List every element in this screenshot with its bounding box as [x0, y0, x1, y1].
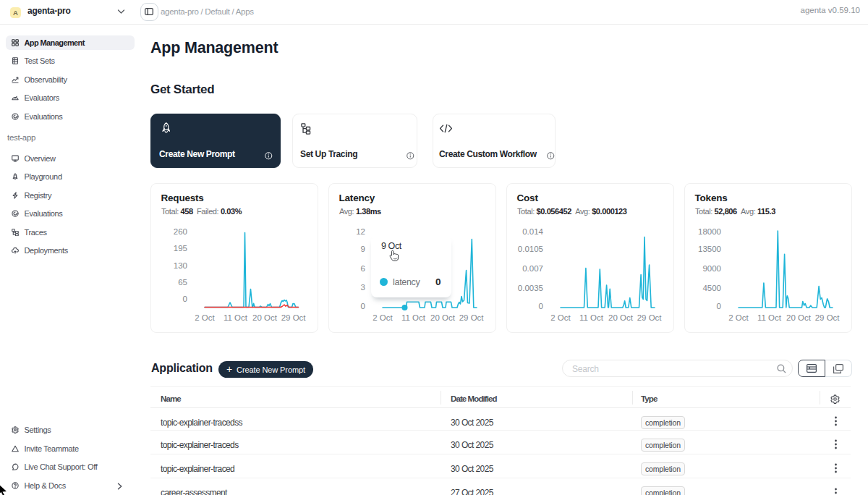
svg-text:20 Oct: 20 Oct	[608, 313, 634, 322]
svg-text:2 Oct: 2 Oct	[550, 313, 571, 322]
svg-text:29 Oct: 29 Oct	[637, 313, 663, 322]
svg-text:0: 0	[539, 302, 543, 310]
svg-text:65: 65	[178, 278, 187, 287]
svg-text:11 Oct: 11 Oct	[579, 313, 604, 322]
svg-text:20 Oct: 20 Oct	[430, 313, 456, 322]
svg-text:2 Oct: 2 Oct	[373, 313, 393, 322]
svg-text:0.0035: 0.0035	[518, 284, 543, 292]
svg-text:130: 130	[174, 261, 187, 270]
svg-text:13500: 13500	[698, 245, 721, 253]
svg-text:18000: 18000	[698, 227, 721, 236]
svg-text:3: 3	[361, 283, 365, 292]
svg-text:0.007: 0.007	[522, 264, 543, 273]
svg-text:260: 260	[174, 227, 187, 236]
svg-text:29 Oct: 29 Oct	[459, 313, 485, 322]
svg-text:20 Oct: 20 Oct	[786, 313, 812, 322]
svg-text:20 Oct: 20 Oct	[252, 313, 278, 322]
svg-text:6: 6	[361, 264, 365, 273]
svg-text:2 Oct: 2 Oct	[728, 313, 749, 322]
svg-text:11 Oct: 11 Oct	[401, 313, 426, 322]
svg-text:0: 0	[183, 295, 187, 303]
svg-text:12: 12	[356, 227, 365, 236]
svg-text:4500: 4500	[702, 284, 721, 292]
svg-text:9000: 9000	[702, 264, 721, 273]
svg-text:11 Oct: 11 Oct	[224, 313, 248, 322]
svg-text:9: 9	[361, 245, 365, 253]
svg-text:0.014: 0.014	[522, 227, 543, 236]
svg-text:29 Oct: 29 Oct	[815, 313, 841, 322]
svg-text:0.0105: 0.0105	[518, 245, 543, 253]
svg-text:29 Oct: 29 Oct	[281, 313, 307, 322]
svg-text:11 Oct: 11 Oct	[757, 313, 782, 322]
svg-text:195: 195	[174, 244, 187, 253]
svg-text:2 Oct: 2 Oct	[195, 313, 215, 322]
svg-text:0: 0	[717, 302, 721, 310]
svg-text:0: 0	[361, 302, 365, 310]
